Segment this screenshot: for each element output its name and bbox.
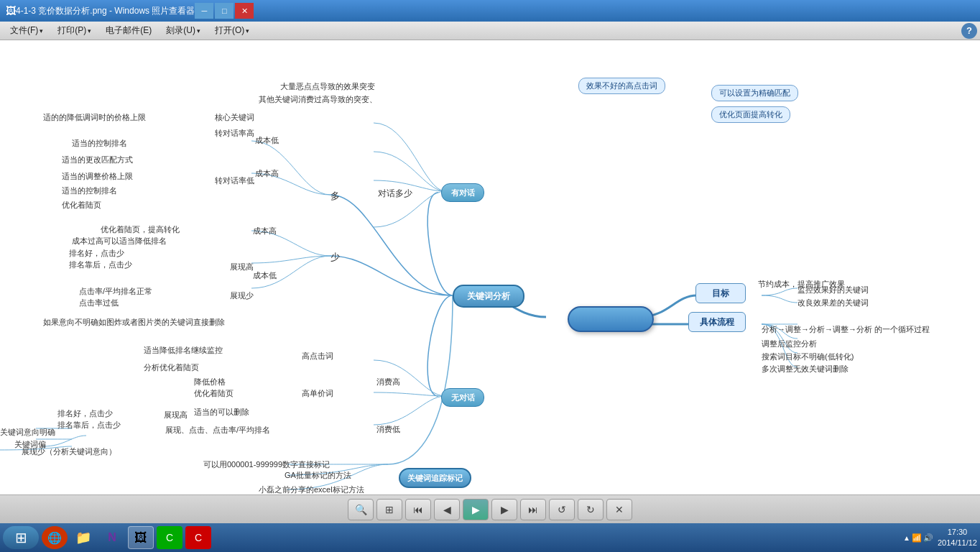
keyword-analysis-node: 关键词分析 [453,285,524,308]
titlebar-title: 4-1-3 竞价数据分析.png - Windows 照片查看器 [16,5,195,17]
delete-button[interactable]: ✕ [606,499,632,520]
can-set-exact-node: 可以设置为精确匹配 [711,85,798,101]
clock[interactable]: 17:30 2014/11/12 [938,527,977,549]
taskbar-chrome[interactable]: 🌐 [42,526,68,549]
central-node [568,306,654,332]
menu-file[interactable]: 文件(F) ▾ [3,23,50,38]
start-button[interactable]: ⊞ [3,526,39,549]
prev-button[interactable]: ◀ [434,499,460,520]
zoom-button[interactable]: 🔍 [348,499,374,520]
taskbar-icons: 🌐 📁 N 🖼 C C [42,526,211,549]
svg-rect-0 [0,40,980,494]
taskbar-photos[interactable]: 🖼 [128,526,154,549]
volume-icon: 🔊 [923,533,933,543]
minimize-button[interactable]: ─ [195,3,213,19]
toolbar: 🔍 ⊞ ⏮ ◀ ▶ ▶ ⏭ ↺ ↻ ✕ [0,494,980,523]
taskbar-explorer[interactable]: 📁 [70,526,96,549]
fit-button[interactable]: ⊞ [376,499,402,520]
close-button[interactable]: ✕ [235,3,254,19]
content-area: 关键词分析 目标 具体流程 节约成本，提高推广效果 监控效果好的关键词 改良效果… [0,40,980,494]
menu-print[interactable]: 打印(P) ▾ [50,23,98,38]
next-button[interactable]: ▶ [491,499,517,520]
has-talk-node: 有对话 [441,183,484,202]
sys-tray: ▲ 📶 🔊 [903,533,933,543]
optimize-page-node: 优化页面提高转化 [711,106,790,123]
redo-button[interactable]: ↻ [578,499,604,520]
maximize-button[interactable]: □ [215,3,234,19]
specific-flow-node: 具体流程 [688,312,746,332]
menu-open[interactable]: 打开(O) ▾ [208,23,256,38]
titlebar-icon: 🖼 [6,5,16,17]
bad-click-node: 效果不好的高点击词 [578,78,665,94]
taskbar: ⊞ 🌐 📁 N 🖼 C C ▲ 📶 🔊 17:30 2014/11/12 [0,523,980,552]
play-button[interactable]: ▶ [463,499,489,520]
target-node: 目标 [695,283,746,303]
menubar: 文件(F) ▾ 打印(P) ▾ 电子邮件(E) 刻录(U) ▾ 打开(O) ▾ … [0,22,980,40]
network-icon: 📶 [912,533,922,543]
menu-email[interactable]: 电子邮件(E) [98,23,159,38]
taskbar-app2[interactable]: C [185,526,211,549]
last-button[interactable]: ⏭ [520,499,546,520]
first-button[interactable]: ⏮ [405,499,431,520]
undo-button[interactable]: ↺ [549,499,575,520]
mindmap: 关键词分析 目标 具体流程 节约成本，提高推广效果 监控效果好的关键词 改良效果… [0,40,980,494]
taskbar-onenote[interactable]: N [99,526,125,549]
mindmap-svg [0,40,980,494]
menu-burn[interactable]: 刻录(U) ▾ [159,23,208,38]
taskbar-app1[interactable]: C [157,526,182,549]
titlebar: 🖼 4-1-3 竞价数据分析.png - Windows 照片查看器 ─ □ ✕ [0,0,980,22]
no-talk-node: 无对话 [441,388,484,407]
keyword-tracking-node: 关键词追踪标记 [399,468,471,488]
help-button[interactable]: ? [961,23,977,39]
tray-arrow[interactable]: ▲ [903,534,910,542]
titlebar-buttons: ─ □ ✕ [195,3,254,19]
taskbar-right: ▲ 📶 🔊 17:30 2014/11/12 [903,527,977,549]
